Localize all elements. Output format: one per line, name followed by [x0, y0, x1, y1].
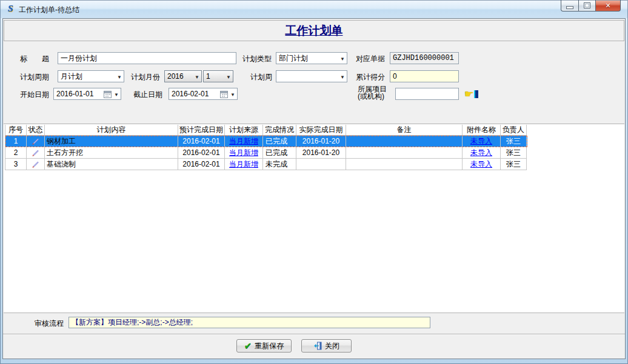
- plan-cycle-label: 计划周期: [20, 72, 49, 82]
- plan-cycle-select[interactable]: 月计划: [58, 70, 124, 82]
- project-label-line2: (或机构): [358, 93, 384, 100]
- maximize-button[interactable]: [578, 0, 596, 12]
- start-date-picker[interactable]: 2016-01-01: [53, 88, 121, 100]
- row-no: 2: [5, 147, 27, 159]
- end-date-value: 2016-02-01: [172, 90, 219, 98]
- project-input[interactable]: [395, 88, 459, 100]
- minimize-button[interactable]: [561, 0, 578, 12]
- source-link[interactable]: 当月新增: [229, 136, 258, 147]
- plan-cycle-value: 月计划: [61, 71, 115, 82]
- plan-type-select[interactable]: 部门计划: [276, 52, 347, 64]
- total-score-label: 累计得分: [356, 72, 385, 82]
- end-date-picker[interactable]: 2016-02-01: [169, 88, 238, 100]
- table-row[interactable]: 2 土石方开挖 2016-02-01 当月新增 已完成 2016-01-20 未…: [5, 147, 527, 159]
- window-title: 工作计划单-待总结: [19, 5, 79, 15]
- attachment-link[interactable]: 未导入: [470, 159, 492, 170]
- review-flow-field: 【新方案】项目经理;->副总;->总经理;: [68, 317, 430, 328]
- title-bar: 工作计划单-待总结: [0, 0, 628, 18]
- window-controls: [561, 0, 621, 12]
- row-owner: 张三: [501, 136, 527, 147]
- row-no: 1: [5, 136, 27, 147]
- col-owner: 负责人: [501, 125, 527, 136]
- row-content: 钢材加工: [45, 136, 178, 147]
- table-header-row: 序号 状态 计划内容 预计完成日期 计划来源 完成情况 实际完成日期 备注 附件…: [5, 125, 527, 136]
- plan-type-value: 部门计划: [279, 53, 338, 64]
- pencil-icon: [27, 136, 45, 147]
- plan-year-select[interactable]: 2016: [164, 70, 202, 82]
- attachment-link[interactable]: 未导入: [470, 136, 492, 147]
- row-remark: [346, 147, 463, 159]
- source-link[interactable]: 当月新增: [229, 148, 258, 158]
- save-button[interactable]: 重新保存: [236, 339, 292, 352]
- row-no: 3: [5, 159, 27, 170]
- table-row[interactable]: 1 钢材加工 2016-02-01 当月新增 已完成 2016-01-20 未导…: [5, 136, 527, 147]
- chevron-down-icon: [115, 72, 124, 81]
- col-remark: 备注: [346, 125, 463, 136]
- row-expected-date: 2016-02-01: [178, 159, 225, 170]
- end-date-label: 截止日期: [133, 90, 162, 100]
- col-actual-date: 实际完成日期: [296, 125, 346, 136]
- plan-table-panel: 序号 状态 计划内容 预计完成日期 计划来源 完成情况 实际完成日期 备注 附件…: [4, 124, 624, 313]
- plan-type-label: 计划类型: [242, 54, 272, 64]
- start-date-label: 开始日期: [20, 90, 49, 100]
- row-actual-date: 2016-01-20: [296, 147, 346, 159]
- chevron-down-icon: [193, 72, 201, 81]
- pencil-icon: [27, 147, 45, 159]
- chevron-down-icon: [338, 72, 347, 81]
- plan-week-select[interactable]: [276, 70, 347, 82]
- close-button[interactable]: [596, 0, 621, 12]
- check-icon: [244, 340, 252, 351]
- table-row[interactable]: 3 基础浇制 2016-02-01 当月新增 未完成 未导入 张三: [5, 159, 527, 170]
- row-expected-date: 2016-02-01: [178, 147, 225, 159]
- page-title: 工作计划单: [286, 23, 343, 39]
- col-expected-date: 预计完成日期: [178, 125, 225, 136]
- pencil-icon: [27, 159, 45, 170]
- plan-week-label: 计划周: [250, 72, 272, 82]
- title-label: 标 题: [20, 54, 49, 64]
- row-expected-date: 2016-02-01: [178, 136, 225, 147]
- doc-no-field: GZJHD160000001: [390, 52, 459, 64]
- chevron-down-icon: [338, 54, 347, 62]
- title-input[interactable]: 一月份计划: [58, 52, 236, 64]
- app-icon: [5, 4, 16, 14]
- row-completion: 未完成: [263, 159, 296, 170]
- footer-divider: [3, 334, 625, 335]
- plan-year-value: 2016: [167, 72, 193, 81]
- door-exit-icon: [313, 342, 322, 350]
- save-button-label: 重新保存: [255, 341, 284, 351]
- doc-no-label: 对应单据: [356, 54, 385, 64]
- calendar-icon: [103, 90, 112, 99]
- chevron-down-icon: [224, 72, 233, 81]
- row-owner: 张三: [501, 147, 527, 159]
- source-link[interactable]: 当月新增: [229, 159, 258, 170]
- window-client-area: 工作计划单 标 题 一月份计划 计划类型 部门计划 对应单据 GZJHD1600…: [2, 18, 626, 359]
- row-completion: 已完成: [263, 136, 296, 147]
- calendar-icon: [219, 90, 229, 99]
- row-remark: [346, 136, 463, 147]
- row-owner: 张三: [501, 159, 527, 170]
- minimize-icon: [566, 6, 573, 9]
- chevron-down-icon: [112, 90, 121, 98]
- project-picker-hand-icon[interactable]: [464, 88, 478, 101]
- col-completion: 完成情况: [263, 125, 296, 136]
- col-no: 序号: [5, 125, 27, 136]
- close-icon: [605, 1, 610, 10]
- book-icon: [474, 90, 478, 98]
- chevron-down-icon: [229, 90, 237, 98]
- plan-month-select[interactable]: 1: [203, 70, 233, 82]
- form-header: 工作计划单: [4, 20, 624, 41]
- close-button-label: 关闭: [325, 341, 339, 351]
- plan-month-value: 1: [206, 72, 224, 81]
- total-score-field: 0: [390, 70, 459, 82]
- maximize-icon: [584, 2, 590, 8]
- col-status: 状态: [27, 125, 45, 136]
- close-form-button[interactable]: 关闭: [301, 339, 352, 352]
- start-date-value: 2016-01-01: [56, 90, 103, 98]
- review-flow-label: 审核流程: [35, 319, 64, 329]
- attachment-link[interactable]: 未导入: [470, 148, 492, 158]
- col-content: 计划内容: [45, 125, 178, 136]
- col-source: 计划来源: [225, 125, 263, 136]
- row-actual-date: [296, 159, 346, 170]
- row-actual-date: 2016-01-20: [296, 136, 346, 147]
- row-content: 基础浇制: [45, 159, 178, 170]
